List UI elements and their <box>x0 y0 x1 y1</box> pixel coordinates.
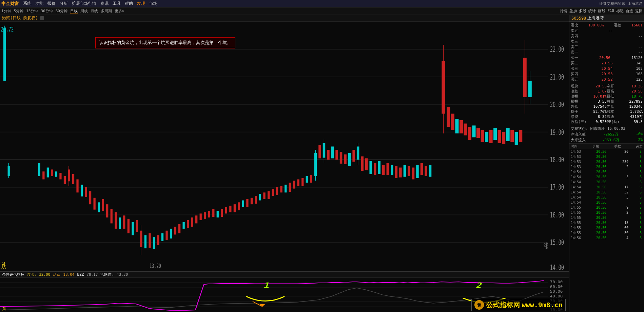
btn-f10[interactable]: F10 <box>607 8 614 14</box>
tick-time: 14:54 <box>571 190 583 194</box>
period-more[interactable]: 更多> <box>115 8 124 14</box>
svg-rect-39 <box>98 202 100 212</box>
tick-rows-container: 14:53 20.56 20 S 14:53 20.56 S 14:53 20.… <box>569 149 644 241</box>
trade-status: 交易状态: 闭市阶段 15:00:03 净流入额 -2652万 -6% 大宗流入… <box>569 125 644 143</box>
svg-rect-115 <box>399 168 402 178</box>
pe-value: 39.8 <box>634 120 643 124</box>
high-label: 最高 <box>607 89 614 94</box>
svg-rect-129 <box>464 124 467 136</box>
sell1-price: -- <box>638 50 643 55</box>
stock-full-name: 上海港湾 <box>587 15 604 21</box>
tick-time: 14:54 <box>571 185 583 189</box>
svg-rect-135 <box>489 130 493 143</box>
tick-bs: S <box>639 150 643 153</box>
btn-quote[interactable]: 行情 <box>560 8 567 14</box>
buy5-label: 买五 <box>571 77 578 82</box>
svg-rect-109 <box>374 163 376 175</box>
tick-vol: 32 <box>617 190 628 194</box>
tick-time: 14:54 <box>571 201 583 204</box>
buy4-row: 买四 20.53 108 <box>571 71 643 77</box>
btn-draw[interactable]: 画线 <box>598 8 605 14</box>
block-inflow-label: 大宗流入 <box>571 138 586 143</box>
svg-rect-133 <box>481 130 484 142</box>
annotation-text: 认识指标的黄金坑，出现第一个坑买进胜率最高，其次是第二个坑。 <box>99 40 231 45</box>
svg-rect-76 <box>246 199 248 207</box>
menu-system[interactable]: 系统 <box>23 1 31 6</box>
net-asset-item: 净资 8.32 <box>571 114 607 119</box>
period-weekly[interactable]: 周线 <box>80 8 88 14</box>
svg-rect-75 <box>242 201 244 207</box>
svg-rect-71 <box>225 207 227 213</box>
menu-market[interactable]: 市场 <box>149 1 157 6</box>
svg-rect-132 <box>476 128 480 138</box>
svg-rect-59 <box>174 227 176 234</box>
eps-label: 收益(三) <box>571 119 586 124</box>
svg-rect-83 <box>276 187 278 195</box>
tick-vol: 4 <box>617 236 628 240</box>
trade-status-text: 交易状态: 闭市阶段 15:00:03 <box>571 126 643 131</box>
turnover-value: 107546 <box>593 104 607 109</box>
svg-rect-113 <box>391 165 393 175</box>
period-multiperiod[interactable]: 多周期 <box>101 8 112 14</box>
open-price-value: 19.38 <box>631 84 643 88</box>
btn-multistock[interactable]: 多股 <box>579 8 586 14</box>
inner-vol-item: 内盘 120346 <box>607 104 643 109</box>
block-inflow-row: 大宗流入 -953.6万 -2% <box>571 138 643 143</box>
menu-analysis[interactable]: 分析 <box>60 1 68 6</box>
svg-rect-38 <box>93 198 95 210</box>
period-30min[interactable]: 30分钟 <box>41 8 53 14</box>
period-15min[interactable]: 15分钟 <box>26 8 38 14</box>
svg-rect-41 <box>106 204 108 217</box>
buy2-label: 买二 <box>571 61 578 66</box>
svg-rect-84 <box>280 186 282 192</box>
menu-news[interactable]: 资讯 <box>100 1 109 6</box>
period-60min[interactable]: 60分钟 <box>56 8 67 14</box>
inner-vol-value: 120346 <box>629 104 643 109</box>
btn-back[interactable]: 返回 <box>635 8 643 14</box>
btn-favorite[interactable]: 自选 <box>626 8 633 14</box>
tick-row: 14:54 20.56 3 S <box>569 195 644 200</box>
tick-price: 20.56 <box>593 175 606 179</box>
period-5min[interactable]: 5分钟 <box>14 8 24 14</box>
btn-mark[interactable]: 标记 <box>616 8 624 14</box>
tick-time: 14:53 <box>571 165 583 169</box>
order-book: 委比 100.00% 委差 15601 卖五 -- 卖四 -- 卖三 -- <box>569 22 644 83</box>
svg-rect-28 <box>59 173 61 179</box>
btn-yingja[interactable]: 盈加 <box>569 8 577 14</box>
btn-stats[interactable]: 统计 <box>588 8 596 14</box>
svg-rect-103 <box>352 150 355 162</box>
buy5-vol: 125 <box>636 77 643 82</box>
buy1-label: 买一 <box>571 55 578 60</box>
menu-function[interactable]: 功能 <box>35 1 43 6</box>
menu-extended[interactable]: 扩展市场行情 <box>72 1 96 6</box>
pe-item: PE(动) 39.8 <box>607 119 643 124</box>
tick-bs: S <box>639 165 643 169</box>
period-monthly[interactable]: 月线 <box>91 8 98 14</box>
svg-rect-102 <box>348 153 351 166</box>
svg-rect-40 <box>102 199 104 211</box>
chart-header: 港湾(日线 前复权) <box>0 15 569 22</box>
svg-rect-99 <box>335 150 338 160</box>
period-1min[interactable]: 1分钟 <box>1 8 11 14</box>
svg-rect-116 <box>404 165 406 177</box>
menu-tools[interactable]: 工具 <box>113 1 121 6</box>
buy2-row: 买二 20.55 140 <box>571 60 643 66</box>
menu-help[interactable]: 帮助 <box>125 1 133 6</box>
tick-row: 14:54 20.56 S <box>569 180 644 185</box>
tick-vol: 60 <box>617 226 628 230</box>
menu-discover[interactable]: 发现 <box>137 1 145 6</box>
svg-rect-119 <box>416 165 419 178</box>
tick-vol: 2 <box>617 211 628 214</box>
commit-diff-value: 15601 <box>631 23 643 27</box>
indicator-params: 度金: 32.00 <box>27 272 50 277</box>
svg-rect-52 <box>149 233 151 248</box>
buy4-label: 买四 <box>571 71 578 77</box>
svg-text:22.72: 22.72 <box>1 25 14 33</box>
menu-quote[interactable]: 报价 <box>47 1 56 6</box>
main-chart-canvas[interactable]: 22.00 21.00 20.00 19.00 18.00 17.00 16.0… <box>0 22 569 271</box>
tick-row: 14:53 20.56 20 S <box>569 149 644 154</box>
indicator-val3: 43.30 <box>117 272 128 277</box>
turnover-ratio-value: 52.76% <box>593 109 607 114</box>
period-daily[interactable]: 日线 <box>70 8 78 14</box>
svg-rect-98 <box>331 147 334 159</box>
